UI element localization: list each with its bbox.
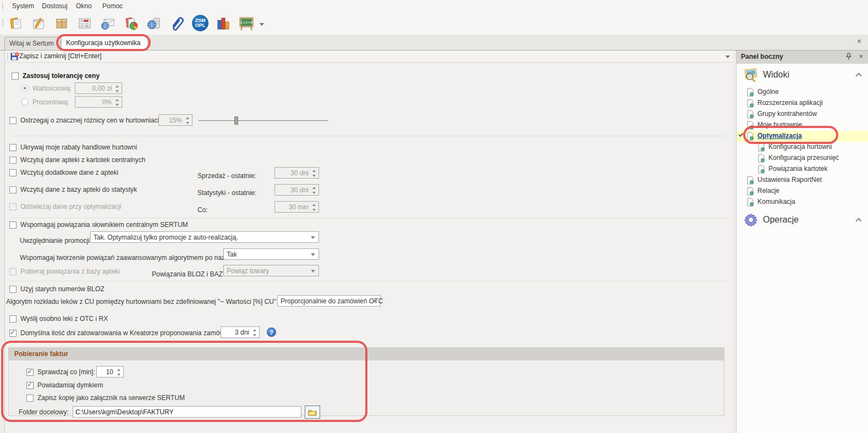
sidebar-item-powiazania-kartotek[interactable]: Powiązania kartotek [737, 164, 868, 175]
close-icon[interactable]: × [857, 37, 861, 46]
paperclip-icon[interactable] [167, 14, 187, 32]
sidebar-item-optymalizacja[interactable]: Optymalizacja [737, 131, 868, 142]
menu-okno[interactable]: Okno [73, 2, 95, 11]
sidebar-item-relacje[interactable]: Relacje [737, 186, 868, 197]
checkbox-label[interactable]: Wyślij osobno leki z OTC i RX [20, 315, 108, 323]
spinner-arrows-icon[interactable] [252, 329, 257, 337]
checkbox-slownik-sertum[interactable] [9, 221, 17, 229]
checkbox-wczytuj-kartoteki[interactable] [9, 157, 17, 164]
menu-system[interactable]: System [9, 2, 37, 11]
spinner-arrows-icon[interactable] [115, 85, 120, 93]
help-icon[interactable]: ? [267, 327, 276, 337]
menu-dostosuj[interactable]: Dostosuj [39, 2, 71, 11]
group-operacje[interactable]: Operacje [737, 211, 868, 230]
sidebar-item-komunikacja[interactable]: Komunikacja [737, 197, 868, 208]
toolbar-grip[interactable] [2, 2, 4, 10]
checkbox-label[interactable]: Ukrywaj moje rabaty handlowe hurtowni [20, 143, 137, 151]
spinner-wartosciowa[interactable]: 0,00 zł [75, 82, 122, 94]
checkbox-label[interactable]: Wczytuj dodatkowe dane z apteki [20, 169, 118, 176]
spinner-arrows-icon[interactable] [312, 203, 317, 212]
checkbox-wczytuj-dodatkowe[interactable] [9, 169, 17, 176]
spinner-co[interactable]: 30 min [274, 201, 319, 213]
save-and-close-button[interactable]: Zapisz i zamknij [Ctrl+Enter] [19, 52, 102, 60]
checkbox-stare-bloz[interactable] [9, 286, 17, 293]
spinner-arrows-icon[interactable] [117, 368, 122, 376]
tree-expanded-icon[interactable] [738, 132, 743, 137]
spinner-warn-percent[interactable]: 15% [158, 114, 193, 126]
checkbox-zapisz-kopie[interactable] [26, 395, 34, 402]
page-icon [746, 99, 754, 108]
close-icon[interactable]: × [859, 52, 863, 60]
checkbox-powiadamiaj-dymkiem[interactable] [26, 382, 34, 389]
checkbox-label[interactable]: Powiadamiaj dymkiem [37, 381, 103, 389]
sidebar-item-konfiguracja-hurtowni[interactable]: Konfiguracja hurtowni [737, 142, 868, 153]
sidebar-item-ustawienia-raportnet[interactable]: Ustawienia RaportNet [737, 175, 868, 186]
checkbox-label[interactable]: Sprawdzaj co [min]: [37, 368, 95, 376]
checkbox-label[interactable]: Zapisz kopię jako załącznik na serwerze … [37, 394, 185, 402]
spinner-value: 0% [102, 98, 112, 106]
warn-slider[interactable] [199, 120, 328, 121]
chevron-up-icon[interactable] [855, 218, 861, 224]
spinner-dni-zatowarowania[interactable]: 3 dni [221, 326, 260, 338]
documents-icon[interactable] [7, 14, 26, 32]
group-widoki[interactable]: Widoki [737, 66, 868, 85]
globe-mail-icon[interactable] [98, 14, 118, 32]
toolbar-options-caret[interactable] [726, 55, 730, 58]
combo-algorytm-cu[interactable]: Proporcjonalnie do zamówień OTC [277, 295, 381, 307]
zsm-opl-icon[interactable]: ZSM OPL [190, 14, 210, 32]
checkbox-wczytuj-statystyki[interactable] [9, 186, 17, 193]
toolbar-overflow-caret[interactable] [260, 23, 264, 26]
folder-path-input[interactable] [73, 406, 301, 418]
spinner-statystyki[interactable]: 30 dni [274, 184, 319, 196]
spinner-procentowa[interactable]: 0% [75, 96, 122, 108]
tab-witaj-w-sertum[interactable]: Witaj w Sertum× [4, 37, 61, 50]
radio-wartosciowa[interactable] [21, 85, 29, 92]
warn-slider-thumb[interactable] [234, 116, 238, 125]
notepad-icon[interactable] [29, 14, 48, 32]
sidebar-item-ogolne[interactable]: Ogólne [737, 87, 868, 98]
menu-pomoc[interactable]: Pomoc [99, 2, 126, 11]
news-icon[interactable] [75, 14, 95, 32]
checkbox-zastosuj-tolerancje[interactable] [12, 73, 19, 80]
spinner-arrows-icon[interactable] [312, 169, 317, 177]
save-close-icon[interactable] [10, 52, 19, 61]
browse-folder-button[interactable] [305, 406, 320, 419]
checkbox-label[interactable]: Użyj starych numerów BLOZ [20, 285, 105, 293]
radio-label[interactable]: Procentową: [32, 98, 69, 106]
checkbox-label[interactable]: Wczytuj dane z bazy apteki do statystyk [20, 186, 137, 193]
toolbar-grip[interactable] [2, 19, 4, 26]
checkbox-domyslna-ilosc-dni[interactable] [9, 330, 17, 337]
spinner-arrows-icon[interactable] [312, 186, 317, 195]
report-pie-icon[interactable] [121, 14, 141, 32]
checkbox-osobno-otc-rx[interactable] [9, 315, 17, 323]
radio-label[interactable]: Wartościową: [32, 85, 72, 92]
radio-procentowa[interactable] [21, 98, 29, 106]
checkbox-sprawdzaj-co[interactable] [26, 369, 34, 376]
spinner-sprawdzaj-min[interactable]: 10 [96, 366, 124, 378]
sidebar-item-moje-hurtownie[interactable]: Moje hurtownie [737, 120, 868, 131]
checkbox-ukrywaj-rabaty[interactable] [9, 144, 17, 151]
checkbox-label[interactable]: Ostrzegaj o znacznej różnicy cen w hurto… [20, 116, 161, 124]
checkbox-label[interactable]: Domyślna ilość dni zatowarowania w Kreat… [20, 329, 238, 337]
checkbox-label[interactable]: Wspomagaj powiązania słownikiem centraln… [20, 221, 188, 229]
checkbox-label[interactable]: Zastosuj tolerancję ceny [23, 72, 100, 80]
spinner-arrows-icon[interactable] [185, 116, 190, 125]
chevron-up-icon[interactable] [855, 73, 861, 79]
tab-konfiguracja-uzytkownika[interactable]: Konfiguracja użytkownika× [61, 35, 148, 50]
pin-icon[interactable] [845, 53, 852, 60]
checkbox-label[interactable]: Wczytuj dane apteki z kartotek centralny… [20, 156, 145, 164]
spinner-sprzedaz[interactable]: 30 dni [274, 167, 319, 179]
bar-chart-icon[interactable] [213, 14, 233, 32]
training-board-icon[interactable]: 2+2=4 [237, 14, 256, 32]
checkbox-ostrzegaj[interactable] [9, 117, 17, 124]
combo-algorytm-nazwy[interactable]: Tak [223, 248, 319, 260]
sidebar-item-rozszerzenia-aplikacji[interactable]: Rozszerzenia aplikacji [737, 98, 868, 109]
sidebar-item-grupy-kontrahentow[interactable]: Grupy kontrahentów [737, 109, 868, 120]
spinner-arrows-icon[interactable] [115, 98, 120, 107]
field-label: Folder docelowy: [19, 408, 69, 416]
sidebar-item-konfiguracja-przesuniec[interactable]: Konfiguracja przesunięć [737, 153, 868, 164]
database-globe-icon[interactable] [144, 14, 164, 32]
toolbar-grip[interactable] [7, 53, 9, 60]
combo-promocje[interactable]: Tak. Optymalizuj tylko promocje z auto-r… [90, 231, 319, 243]
package-icon[interactable] [52, 14, 72, 32]
